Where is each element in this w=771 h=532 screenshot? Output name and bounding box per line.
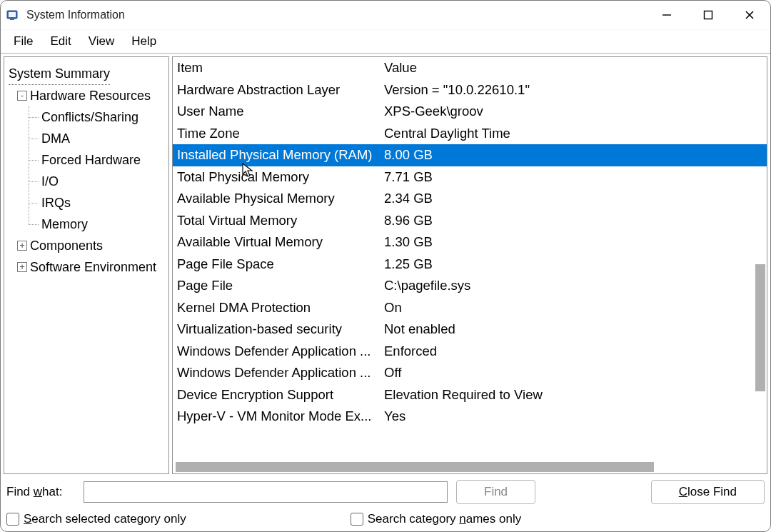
cell-value: 1.30 GB: [383, 231, 767, 254]
svg-rect-2: [10, 19, 14, 20]
cell-value: 7.71 GB: [383, 166, 767, 189]
cell-value: Version = "10.0.22610.1": [383, 79, 767, 101]
svg-rect-1: [9, 12, 16, 17]
cell-value: 8.96 GB: [383, 210, 767, 232]
tree-leaf-io[interactable]: I/O: [24, 171, 168, 192]
list-row[interactable]: Hyper-V - VM Monitor Mode Ex...Yes: [173, 406, 767, 428]
cell-item: Windows Defender Application ...: [177, 362, 383, 384]
checkbox-search-selected-category[interactable]: Search selected category only: [6, 512, 186, 526]
find-bar: Find what: Find Close Find: [1, 477, 770, 507]
list-row[interactable]: Time ZoneCentral Daylight Time: [173, 123, 767, 145]
tree-label: Hardware Resources: [30, 85, 151, 106]
checkbox-icon: [351, 513, 363, 526]
cell-value: 2.34 GB: [383, 188, 767, 210]
list-row[interactable]: Installed Physical Memory (RAM)8.00 GB: [173, 144, 767, 166]
list-row[interactable]: User NameXPS-Geek\groov: [173, 101, 767, 123]
window-title: System Information: [26, 9, 125, 21]
close-button[interactable]: [729, 1, 770, 29]
cell-value: 1.25 GB: [383, 254, 767, 276]
tree-root-system-summary[interactable]: System Summary: [9, 63, 168, 85]
cell-value: XPS-Geek\groov: [383, 101, 767, 123]
tree-node-software-environment[interactable]: + Software Environment: [9, 256, 168, 278]
close-find-button[interactable]: Close Find: [651, 480, 765, 504]
tree-label: System Summary: [9, 63, 110, 85]
cell-item: Windows Defender Application ...: [177, 341, 383, 363]
list-row[interactable]: Total Virtual Memory8.96 GB: [173, 210, 767, 232]
list-row[interactable]: Virtualization-based securityNot enabled: [173, 318, 767, 341]
column-header-item[interactable]: Item: [177, 57, 383, 79]
cell-value: Central Daylight Time: [383, 123, 767, 145]
list-row[interactable]: Available Virtual Memory1.30 GB: [173, 231, 767, 254]
cell-item: Available Virtual Memory: [177, 231, 383, 254]
horizontal-scrollbar[interactable]: [176, 462, 654, 472]
menu-edit[interactable]: Edit: [43, 31, 78, 51]
cell-item: Time Zone: [177, 123, 383, 145]
app-icon: [5, 7, 21, 23]
find-label: Find what:: [6, 485, 75, 499]
cell-value: On: [383, 297, 767, 319]
cell-item: Device Encryption Support: [177, 384, 383, 406]
cell-value: Yes: [383, 406, 767, 428]
vertical-scrollbar[interactable]: [755, 264, 765, 391]
cell-item: Page File: [177, 275, 383, 297]
tree-leaf-forced-hardware[interactable]: Forced Hardware: [24, 149, 168, 171]
cell-item: Installed Physical Memory (RAM): [177, 144, 383, 166]
list-row[interactable]: Page File Space1.25 GB: [173, 254, 767, 276]
content-area: System Summary - Hardware Resources Conf…: [1, 54, 770, 477]
tree-node-hardware-resources[interactable]: - Hardware Resources: [9, 85, 168, 106]
cell-item: User Name: [177, 101, 383, 123]
cell-item: Hardware Abstraction Layer: [177, 79, 383, 101]
window-frame: System Information File Edit View Help S…: [0, 0, 771, 532]
expand-icon[interactable]: +: [17, 262, 27, 272]
menu-file[interactable]: File: [6, 31, 40, 51]
tree-label: Components: [30, 235, 103, 256]
list-header-row[interactable]: Item Value: [173, 57, 767, 79]
find-input[interactable]: [84, 481, 448, 503]
cell-item: Page File Space: [177, 254, 383, 276]
tree-children-hardware: Conflicts/Sharing DMA Forced Hardware I/…: [9, 106, 168, 235]
list-row[interactable]: Device Encryption SupportElevation Requi…: [173, 384, 767, 406]
maximize-button[interactable]: [687, 1, 729, 29]
cell-value: Off: [383, 362, 767, 384]
expand-icon[interactable]: +: [17, 241, 27, 251]
tree-node-components[interactable]: + Components: [9, 235, 168, 256]
cell-item: Available Physical Memory: [177, 188, 383, 210]
cell-value: C:\pagefile.sys: [383, 275, 767, 297]
list-pane[interactable]: Item Value Hardware Abstraction LayerVer…: [172, 56, 767, 474]
svg-rect-4: [705, 11, 712, 19]
cell-value: 8.00 GB: [383, 144, 767, 166]
list-row[interactable]: Hardware Abstraction LayerVersion = "10.…: [173, 79, 767, 101]
cell-item: Hyper-V - VM Monitor Mode Ex...: [177, 406, 383, 428]
list-row[interactable]: Windows Defender Application ...Enforced: [173, 341, 767, 363]
cell-item: Total Virtual Memory: [177, 210, 383, 232]
menu-help[interactable]: Help: [124, 31, 163, 51]
list-row[interactable]: Total Physical Memory7.71 GB: [173, 166, 767, 189]
cell-value: Enforced: [383, 341, 767, 363]
find-button[interactable]: Find: [456, 480, 535, 504]
collapse-icon[interactable]: -: [17, 91, 27, 101]
tree-label: Software Environment: [30, 256, 156, 278]
tree-leaf-conflicts[interactable]: Conflicts/Sharing: [24, 106, 168, 128]
cell-item: Kernel DMA Protection: [177, 297, 383, 319]
tree-leaf-irqs[interactable]: IRQs: [24, 192, 168, 214]
minimize-button[interactable]: [646, 1, 687, 29]
menubar: File Edit View Help: [1, 29, 770, 54]
list-row[interactable]: Available Physical Memory2.34 GB: [173, 188, 767, 210]
cell-value: Elevation Required to View: [383, 384, 767, 406]
cell-value: Not enabled: [383, 318, 767, 341]
list-row[interactable]: Page FileC:\pagefile.sys: [173, 275, 767, 297]
menu-view[interactable]: View: [81, 31, 122, 51]
checkbox-search-category-names[interactable]: Search category names only: [351, 512, 521, 526]
checkbox-icon: [6, 513, 19, 526]
list-row[interactable]: Kernel DMA ProtectionOn: [173, 297, 767, 319]
titlebar: System Information: [1, 1, 770, 29]
cell-item: Virtualization-based security: [177, 318, 383, 341]
find-options-row: Search selected category only Search cat…: [1, 507, 770, 531]
list-row[interactable]: Windows Defender Application ...Off: [173, 362, 767, 384]
cell-item: Total Physical Memory: [177, 166, 383, 189]
tree-leaf-dma[interactable]: DMA: [24, 128, 168, 149]
column-header-value[interactable]: Value: [383, 57, 767, 79]
tree-leaf-memory[interactable]: Memory: [24, 214, 168, 235]
list-inner: Item Value Hardware Abstraction LayerVer…: [173, 57, 767, 473]
tree-pane[interactable]: System Summary - Hardware Resources Conf…: [4, 56, 169, 474]
